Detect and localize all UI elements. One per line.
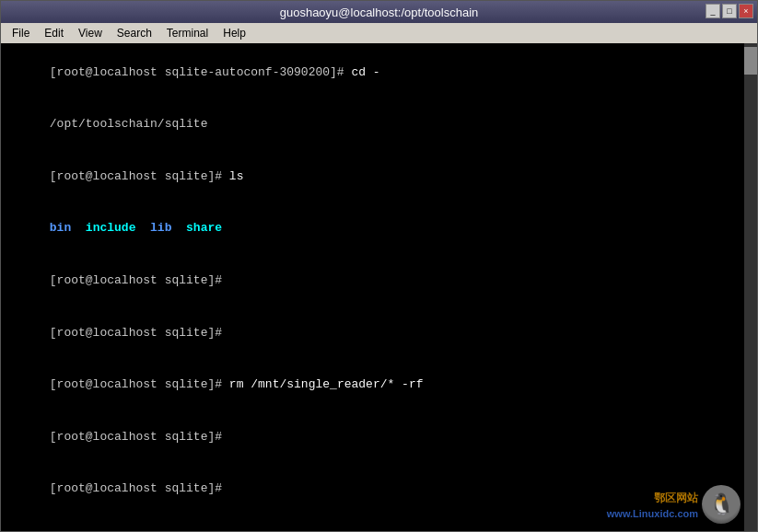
close-button[interactable]: × (739, 4, 753, 18)
watermark: 鄂区网站 www.Linuxidc.com 🐧 (607, 485, 741, 524)
menu-help[interactable]: Help (216, 26, 253, 40)
terminal-line: [root@localhost sqlite]# (6, 255, 752, 307)
terminal-area[interactable]: [root@localhost sqlite-autoconf-3090200]… (1, 43, 757, 531)
window-controls[interactable]: _ □ × (706, 4, 753, 18)
terminal-line: bin include lib share (6, 203, 752, 256)
menu-terminal[interactable]: Terminal (159, 26, 216, 40)
tux-icon: 🐧 (702, 485, 741, 524)
menu-search[interactable]: Search (110, 26, 159, 40)
scrollbar-thumb[interactable] (744, 47, 757, 75)
terminal-line: /opt/toolschain/sqlite (6, 99, 752, 152)
terminal-line: [root@localhost sqlite]# (6, 411, 752, 464)
terminal-line: [root@localhost sqlite-autoconf-3090200]… (6, 47, 752, 99)
terminal-line: [root@localhost sqlite]# rm /mnt/single_… (6, 359, 752, 411)
menu-bar: File Edit View Search Terminal Help (1, 23, 757, 43)
menu-view[interactable]: View (71, 26, 110, 40)
window-title: guoshaoyu@localhost:/opt/toolschain (280, 6, 479, 19)
terminal-window: guoshaoyu@localhost:/opt/toolschain _ □ … (0, 0, 758, 532)
scrollbar[interactable] (744, 43, 757, 531)
terminal-line: [root@localhost sqlite]# (6, 307, 752, 360)
menu-file[interactable]: File (5, 26, 37, 40)
maximize-button[interactable]: □ (722, 4, 737, 18)
menu-edit[interactable]: Edit (37, 26, 71, 40)
title-bar: guoshaoyu@localhost:/opt/toolschain _ □ … (1, 1, 757, 23)
minimize-button[interactable]: _ (706, 4, 720, 18)
terminal-line: [root@localhost sqlite]# ls (6, 151, 752, 203)
